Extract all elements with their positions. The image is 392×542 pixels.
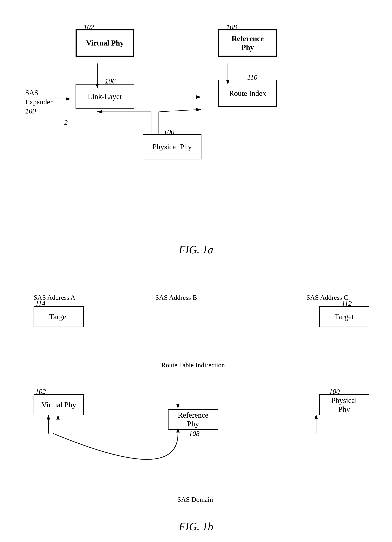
svg-line-8 — [159, 109, 201, 112]
virtual-phy-box-1a: Virtual Phy — [76, 29, 134, 57]
fig1b-caption: FIG. 1b — [17, 520, 375, 533]
page: 102 108 106 110 100 SASExpander100 Virtu… — [0, 0, 392, 542]
reference-phy-box-1b: ReferencePhy — [168, 409, 218, 430]
link-layer-box-1a: Link-Layer — [76, 84, 134, 109]
svg-text:2: 2 — [65, 119, 68, 126]
addr-b-label: SAS Address B — [155, 294, 197, 301]
fig1a-caption: FIG. 1a — [17, 244, 375, 256]
physical-phy-box-1b: PhysicalPhy — [319, 394, 369, 415]
fig1a-diagram: 102 108 106 110 100 SASExpander100 Virtu… — [17, 13, 375, 260]
ref-108-1b: 108 — [189, 430, 200, 438]
target-c-box: Target — [319, 306, 369, 327]
fig1b-diagram: SAS Address A SAS Address B SAS Address … — [17, 273, 375, 535]
sas-expander-label: SASExpander100 — [25, 88, 52, 116]
physical-phy-box-1a: Physical Phy — [143, 134, 201, 159]
route-index-box-1a: Route Index — [218, 80, 277, 107]
reference-phy-box-1a: ReferencePhy — [218, 29, 277, 57]
sas-domain-label: SAS Domain — [164, 496, 227, 504]
route-table-label: Route Table Indirection — [155, 361, 231, 370]
virtual-phy-box-1b: Virtual Phy — [33, 394, 84, 415]
target-a-box: Target — [33, 306, 84, 327]
